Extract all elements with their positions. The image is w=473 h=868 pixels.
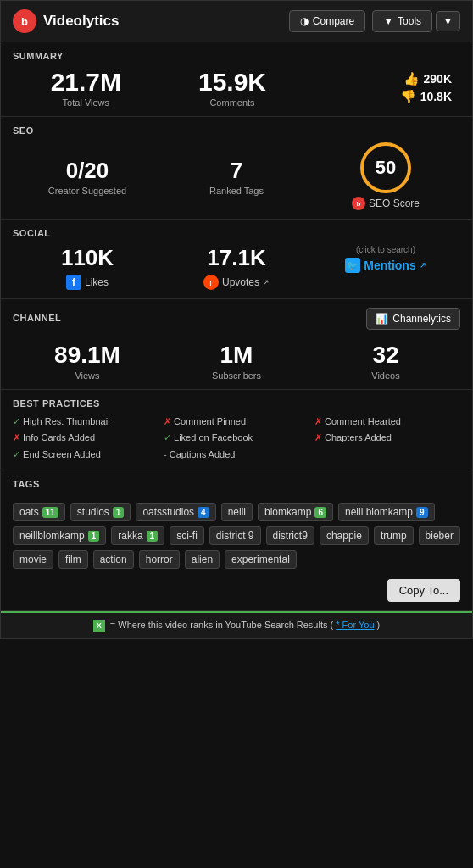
channelytics-button[interactable]: 📊 Channelytics — [366, 308, 460, 330]
tag[interactable]: trump — [374, 526, 414, 545]
ranked-tags-value: 7 — [162, 158, 311, 184]
bp-item: ✗ Comment Hearted — [314, 415, 460, 428]
footer-text-end: ) — [377, 620, 381, 630]
bp-item: ✗ Comment Pinned — [164, 415, 309, 428]
mentions-link[interactable]: 🐦 Mentions ↗ — [311, 258, 460, 273]
twitter-icon: 🐦 — [345, 258, 360, 273]
external-link-icon: ↗ — [263, 278, 270, 287]
tag[interactable]: action — [93, 550, 134, 569]
dropdown-button[interactable]: ▼ — [436, 11, 460, 31]
tags-section: TAGS oats11studios1oatsstudios4neillblom… — [1, 470, 472, 611]
creator-suggested-label: Creator Suggested — [13, 186, 162, 196]
total-views-cell: 21.7M Total Views — [13, 68, 159, 108]
social-grid: 110K f Likes 17.1K r Upvotes ↗ (click to… — [13, 245, 460, 290]
tag[interactable]: horror — [139, 550, 180, 569]
tag[interactable]: district 9 — [209, 526, 261, 545]
summary-title: SUMMARY — [13, 51, 460, 61]
summary-grid: 21.7M Total Views 15.9K Comments 👍 290K … — [13, 68, 460, 108]
seo-score-circle: 50 — [360, 142, 411, 193]
channel-views-value: 89.1M — [13, 342, 162, 369]
copy-to-label: Copy To... — [399, 584, 448, 597]
seo-score-container: 50 b SEO Score — [311, 142, 460, 210]
mentions-external-icon: ↗ — [420, 261, 426, 270]
thumbs-cell: 👍 290K 👎 10.8K — [305, 71, 460, 104]
header: b Videolytics ◑ Compare ▼ Tools ▼ — [1, 1, 472, 42]
tag-count-badge: 1 — [147, 531, 159, 542]
seo-logo-icon: b — [352, 197, 365, 210]
compare-icon: ◑ — [300, 15, 309, 27]
tag[interactable]: district9 — [266, 526, 314, 545]
thumbs-up-icon: 👍 — [403, 71, 420, 86]
subscribers-cell: 1M Subscribers — [162, 342, 311, 381]
mentions-label: Mentions — [364, 259, 415, 272]
bp-item: - Captions Added — [164, 448, 309, 461]
upvotes-value: 17.1K — [162, 245, 311, 271]
videos-value: 32 — [311, 342, 460, 369]
bp-item: ✗ Info Cards Added — [13, 431, 159, 444]
compare-button[interactable]: ◑ Compare — [289, 10, 365, 32]
likes-item: 👍 290K — [403, 71, 452, 86]
tag[interactable]: film — [58, 550, 88, 569]
tag[interactable]: neill — [221, 503, 253, 521]
bp-item: ✓ High Res. Thumbnail — [13, 415, 159, 428]
comments-label: Comments — [159, 97, 306, 108]
total-views-value: 21.7M — [13, 68, 159, 96]
click-search-text: (click to search) — [311, 245, 460, 254]
tag-count-badge: 4 — [198, 507, 209, 518]
tag[interactable]: movie — [13, 550, 53, 569]
seo-title: SEO — [13, 125, 460, 136]
social-section: SOCIAL 110K f Likes 17.1K r Upvotes ↗ (c… — [1, 220, 472, 299]
total-views-label: Total Views — [13, 97, 159, 108]
seo-score-value: 50 — [376, 157, 396, 179]
copy-to-row: Copy To... — [13, 572, 460, 602]
tools-button[interactable]: ▼ Tools — [372, 10, 432, 32]
copy-to-button[interactable]: Copy To... — [387, 579, 460, 602]
tag[interactable]: chappie — [320, 526, 369, 545]
channel-header-row: CHANNEL 📊 Channelytics — [13, 308, 460, 335]
tools-icon: ▼ — [383, 15, 393, 27]
reddit-platform-row: r Upvotes ↗ — [162, 275, 311, 290]
tag[interactable]: oats11 — [13, 503, 65, 521]
best-practices-section: BEST PRACTICES ✓ High Res. Thumbnail✗ Co… — [1, 390, 472, 470]
logo-icon: b — [13, 9, 36, 33]
subscribers-label: Subscribers — [162, 370, 311, 381]
reddit-upvotes-cell: 17.1K r Upvotes ↗ — [162, 245, 311, 290]
tag[interactable]: blomkamp6 — [258, 503, 333, 521]
channel-section: CHANNEL 📊 Channelytics 89.1M Views 1M Su… — [1, 299, 472, 390]
tags-container: oats11studios1oatsstudios4neillblomkamp6… — [13, 496, 460, 572]
facebook-icon: f — [66, 275, 81, 290]
channel-title: CHANNEL — [13, 313, 61, 323]
seo-grid: 0/20 Creator Suggested 7 Ranked Tags 50 … — [13, 142, 460, 210]
tag[interactable]: alien — [185, 550, 220, 569]
footer-link[interactable]: * For You — [336, 620, 374, 630]
thumbs-down-icon: 👎 — [400, 89, 416, 104]
chart-icon: 📊 — [376, 313, 388, 325]
bp-item: ✓ Liked on Facebook — [164, 431, 309, 444]
creator-suggested-cell: 0/20 Creator Suggested — [13, 158, 162, 196]
summary-section: SUMMARY 21.7M Total Views 15.9K Comments… — [1, 42, 472, 117]
fb-platform-row: f Likes — [13, 275, 162, 290]
tag-count-badge: 6 — [314, 507, 326, 518]
dislikes-item: 👎 10.8K — [400, 89, 452, 104]
fb-likes-label: Likes — [85, 276, 109, 288]
tag[interactable]: bieber — [419, 526, 460, 545]
channelytics-label: Channelytics — [392, 313, 451, 325]
fb-likes-value: 110K — [13, 245, 162, 271]
bp-item: ✗ Chapters Added — [314, 431, 460, 444]
comments-value: 15.9K — [159, 68, 306, 96]
thumb-row: 👍 290K 👎 10.8K — [305, 71, 452, 104]
tools-label: Tools — [398, 15, 421, 27]
tag[interactable]: neill blomkamp9 — [338, 503, 435, 521]
tag[interactable]: neillblomkamp1 — [13, 526, 106, 545]
channel-views-label: Views — [13, 370, 162, 381]
tag[interactable]: oatsstudios4 — [136, 503, 215, 521]
best-practices-title: BEST PRACTICES — [13, 398, 460, 409]
tag[interactable]: sci-fi — [170, 526, 204, 545]
tag[interactable]: experimental — [225, 550, 297, 569]
compare-label: Compare — [313, 15, 354, 27]
bp-item: ✓ End Screen Added — [13, 448, 159, 461]
subscribers-value: 1M — [162, 342, 311, 369]
seo-section: SEO 0/20 Creator Suggested 7 Ranked Tags… — [1, 117, 472, 220]
tag[interactable]: studios1 — [70, 503, 131, 521]
tag[interactable]: rakka1 — [111, 526, 164, 545]
